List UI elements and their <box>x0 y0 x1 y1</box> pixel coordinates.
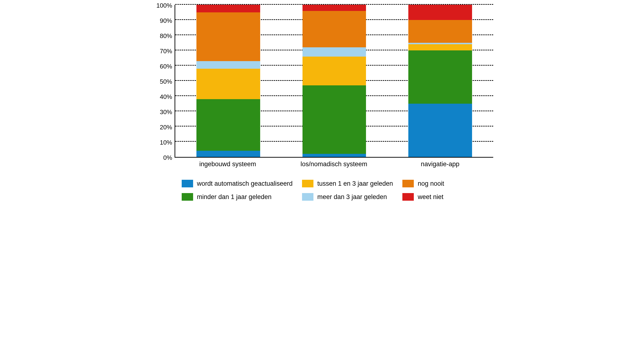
y-tick-label: 100% <box>156 2 172 9</box>
y-tick-label: 90% <box>160 17 172 24</box>
legend-item: meer dan 3 jaar geleden <box>302 193 393 201</box>
bar-segment <box>302 85 366 154</box>
legend-item: nog nooit <box>402 180 444 187</box>
x-tick-label: ingebouwd systeem <box>174 158 281 168</box>
legend-swatch <box>402 193 414 201</box>
y-tick-label: 60% <box>160 63 172 70</box>
legend-item: wordt automatisch geactualiseerd <box>182 180 292 187</box>
legend-label: tussen 1 en 3 jaar geleden <box>317 180 393 187</box>
legend-item: minder dan 1 jaar geleden <box>182 193 292 201</box>
y-tick-label: 70% <box>160 48 172 55</box>
y-tick-label: 30% <box>160 108 172 116</box>
plot-outer: 0%10%20%30%40%50%60%70%80%90%100% <box>151 5 493 158</box>
legend-label: wordt automatisch geactualiseerd <box>197 180 292 187</box>
legend-label: minder dan 1 jaar geleden <box>197 193 272 201</box>
x-tick-label: los/nomadisch systeem <box>281 158 387 168</box>
legend-label: weet niet <box>418 193 443 201</box>
y-tick-label: 0% <box>163 154 172 162</box>
legend-swatch <box>182 180 193 187</box>
y-tick-label: 50% <box>160 78 172 85</box>
bar-slot <box>281 5 388 157</box>
bar-segment <box>302 47 366 56</box>
bars-container <box>175 5 493 157</box>
legend-swatch <box>302 180 314 187</box>
bar-segment <box>302 11 366 48</box>
bar-segment <box>302 154 366 157</box>
stacked-bar <box>408 5 472 157</box>
bar-segment <box>408 104 472 157</box>
stacked-bar <box>302 5 366 157</box>
x-axis-labels: ingebouwd systeemlos/nomadisch systeemna… <box>174 158 493 168</box>
bar-segment <box>302 5 366 11</box>
legend-swatch <box>302 193 314 201</box>
stacked-bar-chart: 0%10%20%30%40%50%60%70%80%90%100% ingebo… <box>146 5 498 206</box>
bar-segment <box>196 69 260 99</box>
bar-segment <box>408 44 472 50</box>
bar-segment <box>408 5 472 20</box>
y-tick-label: 40% <box>160 93 172 100</box>
bar-slot <box>175 5 281 157</box>
y-tick-label: 20% <box>160 124 172 131</box>
bar-segment <box>196 5 260 12</box>
bar-segment <box>196 99 260 151</box>
plot-area <box>174 5 493 158</box>
bar-slot <box>387 5 493 157</box>
legend-item: weet niet <box>402 193 444 201</box>
bar-segment <box>408 50 472 104</box>
bar-segment <box>196 12 260 61</box>
stacked-bar <box>196 5 260 157</box>
y-tick-label: 10% <box>160 139 172 146</box>
bar-segment <box>196 151 260 157</box>
y-axis: 0%10%20%30%40%50%60%70%80%90%100% <box>151 5 174 158</box>
y-tick-label: 80% <box>160 32 172 40</box>
legend-label: nog nooit <box>418 180 444 187</box>
bar-segment <box>196 61 260 69</box>
bar-segment <box>302 56 366 86</box>
legend-label: meer dan 3 jaar geleden <box>317 193 387 201</box>
legend-swatch <box>182 193 193 201</box>
legend: wordt automatisch geactualiseerdtussen 1… <box>182 180 444 201</box>
bar-segment <box>408 20 472 43</box>
x-tick-label: navigatie-app <box>387 158 493 168</box>
legend-swatch <box>402 180 414 187</box>
legend-item: tussen 1 en 3 jaar geleden <box>302 180 393 187</box>
